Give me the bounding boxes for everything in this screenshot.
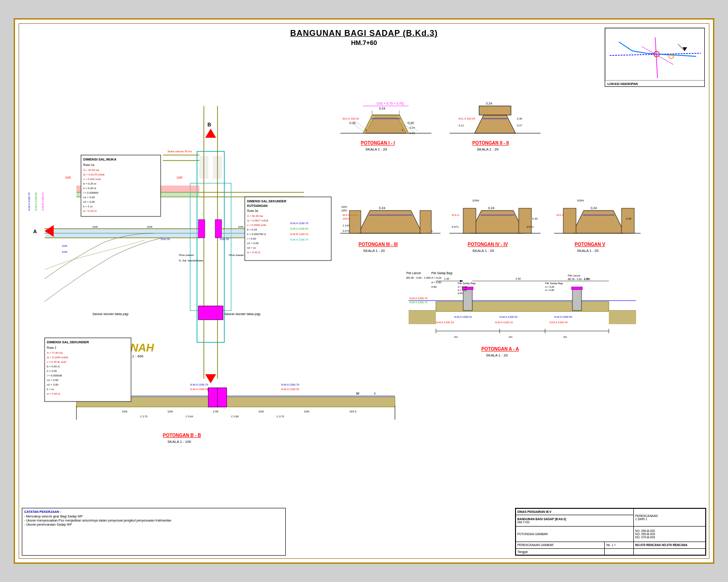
svg-text:2.00: 2.00 bbox=[516, 277, 521, 280]
svg-rect-25 bbox=[199, 156, 208, 179]
svg-text:10/K: 10/K bbox=[62, 251, 67, 253]
svg-text:165 K: 165 K bbox=[349, 410, 357, 413]
svg-text:N.M.A 1300.44: N.M.A 1300.44 bbox=[550, 321, 568, 324]
svg-text:Ruas 3a: Ruas 3a bbox=[247, 209, 258, 212]
svg-text:Saluran skunder batas pagi: Saluran skunder batas pagi bbox=[92, 312, 128, 316]
svg-text:10/K: 10/K bbox=[167, 410, 173, 413]
svg-rect-80 bbox=[479, 106, 511, 115]
svg-text:POTONGAN IV - IV: POTONGAN IV - IV bbox=[468, 242, 508, 247]
svg-text:N.M.B 1330.51: N.M.B 1330.51 bbox=[41, 192, 44, 211]
project-detail: BANGUNAN BAGI SADAP (B.Kd.3) bbox=[517, 517, 632, 521]
svg-text:Q   = 0.0817  m3/dt: Q = 0.0817 m3/dt bbox=[247, 219, 268, 222]
svg-text:M.K.A: M.K.A bbox=[556, 214, 564, 216]
svg-text:SKALA 1 : 20: SKALA 1 : 20 bbox=[363, 249, 385, 253]
svg-text:N.M.A 1300.51: N.M.A 1300.51 bbox=[454, 316, 472, 318]
svg-text:0.24: 0.24 bbox=[379, 206, 385, 210]
svg-text:10/K.55: 10/K.55 bbox=[220, 238, 229, 241]
svg-text:Ø0.30 - 0.60 - 1.000: Ø0.30 - 0.60 - 1.000 bbox=[406, 276, 431, 279]
svg-text:Ruas 2: Ruas 2 bbox=[47, 346, 56, 349]
svg-text:100%: 100% bbox=[472, 199, 480, 202]
svg-text:b   = 0.55    t1: b = 0.55 t1 bbox=[47, 365, 60, 368]
sheet-no: NO. 050-B-003 bbox=[635, 532, 704, 536]
svg-text:N.M.B 1330.51: N.M.B 1330.51 bbox=[290, 233, 309, 236]
svg-rect-122 bbox=[563, 208, 576, 233]
svg-text:M.K.A: M.K.A bbox=[343, 214, 350, 216]
svg-rect-135 bbox=[409, 311, 436, 324]
svg-text:n2  = 0.00: n2 = 0.00 bbox=[83, 201, 95, 203]
svg-text:DIMENSI SAL.MUKA: DIMENSI SAL.MUKA bbox=[83, 157, 117, 161]
svg-text:2m: 2m bbox=[563, 336, 567, 338]
svg-text:2m: 2m bbox=[509, 336, 512, 338]
svg-text:10/K.55: 10/K.55 bbox=[161, 238, 170, 241]
svg-text:A   = 77.95   Ha: A = 77.95 Ha bbox=[47, 351, 63, 354]
svg-text:Pile Lancer: Pile Lancer bbox=[406, 271, 421, 275]
svg-text:N.M.A 1300.75: N.M.A 1300.75 bbox=[190, 383, 208, 386]
svg-text:0.24: 0.24 bbox=[486, 102, 492, 105]
project-location: HM.7+00 bbox=[517, 521, 632, 524]
svg-text:SKALA 1 : 100: SKALA 1 : 100 bbox=[167, 440, 192, 444]
notes-title: CATATAN PEKERJAAN : bbox=[24, 510, 283, 513]
svg-text:2m: 2m bbox=[454, 336, 458, 338]
svg-text:10/K: 10/K bbox=[304, 410, 309, 413]
svg-rect-29 bbox=[198, 306, 223, 320]
svg-text:N.M.A 1300.34: N.M.A 1300.34 bbox=[436, 321, 454, 324]
note-3: - Ukuran perencanaan Sadap WP bbox=[24, 523, 283, 526]
svg-marker-89 bbox=[359, 211, 422, 233]
svg-text:A: A bbox=[33, 229, 37, 234]
svg-text:Ruas 1a: Ruas 1a bbox=[83, 163, 95, 166]
svg-text:N.M.A 1330.55: N.M.A 1330.55 bbox=[35, 192, 37, 211]
svg-text:Skala saluran 60 Ka: Skala saluran 60 Ka bbox=[167, 150, 192, 153]
svg-text:0.24: 0.24 bbox=[410, 126, 415, 129]
svg-text:0.80: 0.80 bbox=[458, 292, 463, 295]
svg-text:B: B bbox=[207, 122, 211, 127]
svg-text:k   = cc: k = cc bbox=[47, 388, 54, 391]
svg-text:h   = 0.30    t1: h = 0.30 t1 bbox=[83, 187, 96, 190]
label-num: 1 DARI 1 bbox=[635, 517, 704, 521]
svg-rect-140 bbox=[571, 287, 582, 290]
svg-text:N.M.A 1300.52: N.M.A 1300.52 bbox=[190, 388, 208, 391]
svg-text:I: I bbox=[374, 392, 375, 395]
svg-text:Pile Sadap Bagi: Pile Sadap Bagi bbox=[458, 282, 475, 285]
svg-text:C 0.98: C 0.98 bbox=[231, 415, 238, 418]
svg-text:0.571: 0.571 bbox=[452, 226, 459, 228]
svg-line-72 bbox=[356, 122, 368, 131]
svg-text:d = 0,80: d = 0,80 bbox=[458, 289, 467, 291]
svg-text:Ø0.30 - 0.60 - 1.000: Ø0.30 - 0.60 - 1.000 bbox=[568, 278, 590, 281]
svg-text:0.30: 0.30 bbox=[532, 217, 538, 220]
svg-text:SKALA 1 : 20: SKALA 1 : 20 bbox=[486, 353, 508, 357]
svg-text:b   = 0.24: b = 0.24 bbox=[247, 228, 258, 231]
revision-no: No. 1 + bbox=[606, 543, 632, 547]
svg-text:100%: 100% bbox=[341, 209, 347, 212]
svg-text:100%: 100% bbox=[341, 206, 347, 208]
svg-text:Pile Sadap Bagi: Pile Sadap Bagi bbox=[431, 271, 452, 275]
svg-marker-36 bbox=[205, 374, 216, 383]
drawing-sheet: BANGUNAN BAGI SADAP (B.Kd.3) HM.7+60 LOK… bbox=[14, 18, 714, 564]
svg-rect-100 bbox=[420, 211, 431, 233]
svg-text:N.M.A 1300.52: N.M.A 1300.52 bbox=[500, 316, 518, 318]
scale-no: NO. 050-B-002 bbox=[635, 529, 704, 532]
svg-rect-109 bbox=[463, 208, 476, 233]
label-top: PERENCANAAN bbox=[635, 514, 704, 517]
svg-rect-138 bbox=[572, 288, 581, 311]
svg-marker-107 bbox=[470, 211, 525, 233]
drawing-label: POTONGAN GAMBAR bbox=[517, 532, 632, 536]
svg-text:Q   = 0.0178  m3/dt: Q = 0.0178 m3/dt bbox=[83, 173, 105, 176]
svg-text:N. Sal. bawah/batas: N. Sal. bawah/batas bbox=[179, 259, 203, 262]
svg-text:10/K: 10/K bbox=[258, 410, 264, 413]
svg-text:SKALA 1 : 20: SKALA 1 : 20 bbox=[472, 249, 494, 253]
svg-rect-21 bbox=[46, 229, 199, 237]
svg-text:M.K.A 100.00: M.K.A 100.00 bbox=[343, 117, 359, 120]
svg-text:N.M.A 1300.70: N.M.A 1300.70 bbox=[410, 301, 428, 304]
svg-text:w   = 0.40    t1: w = 0.40 t1 bbox=[247, 251, 261, 254]
svg-text:0.27: 0.27 bbox=[517, 124, 522, 127]
svg-rect-12 bbox=[190, 183, 231, 311]
svg-text:h   = 0.00: h = 0.00 bbox=[47, 370, 57, 372]
svg-text:Pintu bawah: Pintu bawah bbox=[179, 254, 194, 256]
svg-text:0.80: 0.80 bbox=[431, 286, 437, 288]
notes-box: CATATAN PEKERJAAN : - Mencakup seluruh g… bbox=[22, 508, 286, 556]
svg-text:0.24: 0.24 bbox=[488, 206, 495, 210]
svg-text:0.30: 0.30 bbox=[349, 121, 356, 125]
svg-text:N.M.A 1300.55: N.M.A 1300.55 bbox=[554, 316, 572, 318]
svg-text:POTONGAN V: POTONGAN V bbox=[575, 242, 605, 247]
date-row: Tanggal bbox=[517, 550, 603, 553]
